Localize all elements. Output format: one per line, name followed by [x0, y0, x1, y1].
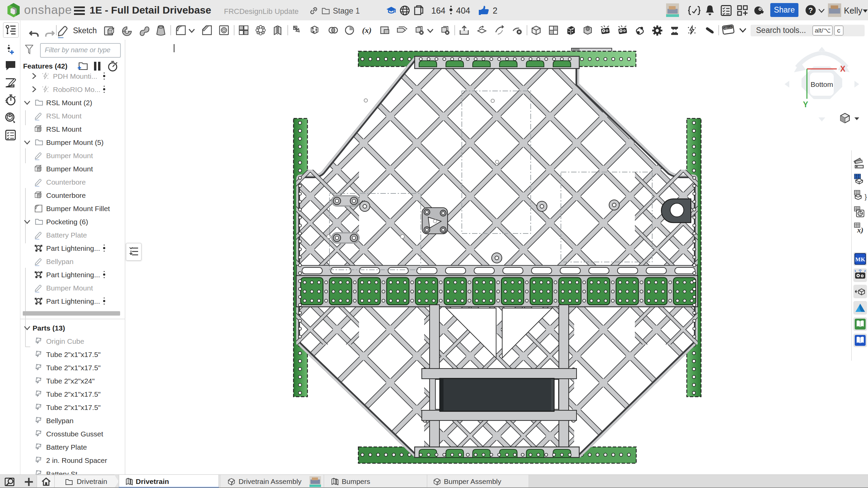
svg-text:c: c	[837, 27, 841, 34]
svg-text:?: ?	[808, 6, 813, 15]
svg-text:Parts (13): Parts (13)	[33, 324, 65, 332]
svg-text:alt/⌥: alt/⌥	[815, 27, 831, 34]
svg-text:X: X	[840, 64, 846, 73]
svg-text:RSL Mount: RSL Mount	[46, 125, 81, 133]
svg-text:Tube 2"x1"x17.5": Tube 2"x1"x17.5"	[46, 351, 101, 358]
svg-text:Bottom: Bottom	[811, 80, 833, 88]
svg-text:Tube 2"x1"x17.5": Tube 2"x1"x17.5"	[46, 390, 101, 398]
svg-text:Y: Y	[803, 100, 808, 109]
svg-text:Pocketing (6): Pocketing (6)	[46, 218, 88, 226]
svg-text:Tube 2"x1"x17.5": Tube 2"x1"x17.5"	[46, 403, 101, 411]
svg-text:Crosstube Gusset: Crosstube Gusset	[46, 430, 103, 438]
svg-text:Battery St: Battery St	[46, 470, 77, 474]
svg-text:Bumper Mount Fillet: Bumper Mount Fillet	[46, 205, 110, 212]
svg-text:RoboRIO Mo...: RoboRIO Mo...	[53, 86, 100, 93]
svg-text:Bumper Mount: Bumper Mount	[46, 284, 93, 292]
svg-text:Bumper Mount: Bumper Mount	[46, 152, 93, 159]
svg-text:Bumper Mount (5): Bumper Mount (5)	[46, 138, 103, 146]
svg-text:MK: MK	[855, 256, 865, 263]
svg-text:Sketch: Sketch	[73, 26, 97, 35]
svg-text:Origin Cube: Origin Cube	[46, 337, 84, 345]
svg-text:Part Lightening...: Part Lightening...	[46, 244, 100, 252]
svg-text:Tube 2"x1"x17.5": Tube 2"x1"x17.5"	[46, 364, 101, 372]
svg-text:PDH Mounti...: PDH Mounti...	[53, 72, 97, 80]
svg-text:Battery Plate: Battery Plate	[46, 443, 87, 451]
svg-text:RSL Mount (2): RSL Mount (2)	[46, 99, 92, 107]
svg-text:Battery Plate: Battery Plate	[46, 231, 87, 239]
svg-text:}: }	[865, 193, 867, 201]
svg-text:Part Lightening...: Part Lightening...	[46, 297, 100, 305]
svg-text:Bumper Mount: Bumper Mount	[46, 165, 93, 173]
svg-text:Part Lightening...: Part Lightening...	[46, 271, 100, 279]
svg-text:Counterbore: Counterbore	[46, 178, 86, 186]
svg-text:RSL Mount: RSL Mount	[46, 112, 81, 120]
svg-text:2 in. Round Spacer: 2 in. Round Spacer	[46, 456, 107, 464]
svg-text:Bellypan: Bellypan	[46, 258, 74, 265]
svg-text:Counterbore: Counterbore	[46, 191, 86, 199]
svg-text:Bellypan: Bellypan	[46, 417, 74, 425]
svg-text:(x): (x)	[362, 26, 372, 35]
svg-text:Search tools...: Search tools...	[756, 26, 806, 35]
svg-text:x): x)	[857, 226, 863, 234]
svg-text:Tube 2"x2"x24": Tube 2"x2"x24"	[46, 377, 95, 385]
